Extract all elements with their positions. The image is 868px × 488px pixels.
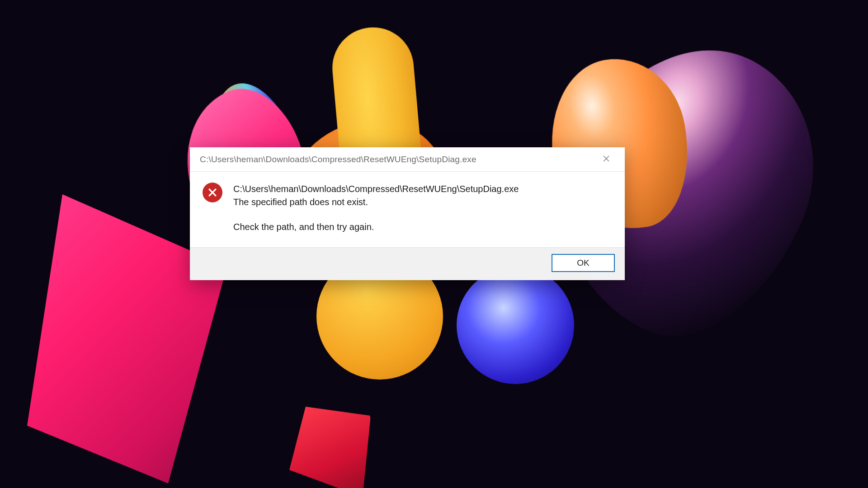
wallpaper-shape xyxy=(457,267,574,384)
dialog-message: C:\Users\heman\Downloads\Compressed\Rese… xyxy=(233,183,519,234)
message-path-line: C:\Users\heman\Downloads\Compressed\Rese… xyxy=(233,183,519,196)
wallpaper-shape xyxy=(289,407,371,488)
message-error-line: The specified path does not exist. xyxy=(233,196,519,209)
dialog-button-row: OK xyxy=(190,247,625,280)
error-dialog: C:\Users\heman\Downloads\Compressed\Rese… xyxy=(190,147,625,280)
dialog-titlebar[interactable]: C:\Users\heman\Downloads\Compressed\Rese… xyxy=(190,147,625,172)
ok-button-label: OK xyxy=(577,258,589,268)
dialog-content: C:\Users\heman\Downloads\Compressed\Rese… xyxy=(190,172,625,247)
close-button[interactable] xyxy=(596,152,617,167)
ok-button[interactable]: OK xyxy=(552,254,615,272)
dialog-title: C:\Users\heman\Downloads\Compressed\Rese… xyxy=(200,155,476,164)
message-hint-line: Check the path, and then try again. xyxy=(233,221,519,234)
error-icon xyxy=(203,183,222,202)
close-icon xyxy=(603,155,610,164)
